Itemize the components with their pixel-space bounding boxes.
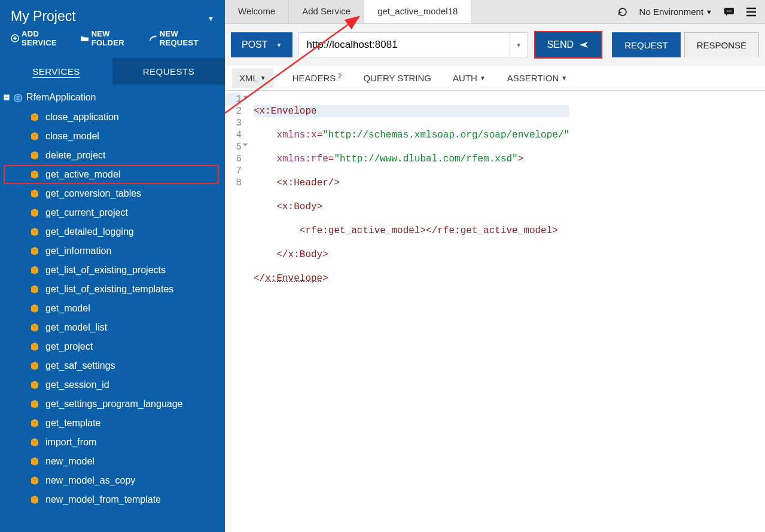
- tab-xml-label: XML: [239, 73, 258, 83]
- layer-icon: [30, 457, 39, 466]
- layer-icon: [30, 132, 39, 141]
- request-icon: [149, 34, 157, 42]
- layer-icon: [30, 304, 39, 313]
- tab-requests[interactable]: REQUESTS: [112, 58, 225, 85]
- tab-request[interactable]: REQUEST: [612, 32, 681, 57]
- top-tab-add-service[interactable]: Add Service: [289, 0, 364, 23]
- tree-root[interactable]: − RfemApplication: [4, 91, 219, 108]
- layer-icon: [30, 170, 39, 179]
- tab-xml[interactable]: XML ▼: [232, 68, 273, 88]
- layer-icon: [30, 285, 39, 294]
- url-history-dropdown[interactable]: ▼: [510, 33, 528, 57]
- tree-item-get_saf_settings[interactable]: get_saf_settings: [4, 356, 219, 375]
- tree-item-get_project[interactable]: get_project: [4, 337, 219, 356]
- refresh-icon[interactable]: [617, 6, 629, 18]
- tab-auth[interactable]: AUTH ▼: [450, 67, 488, 89]
- tab-query-string[interactable]: QUERY STRING: [361, 67, 434, 89]
- layer-icon: [30, 112, 39, 122]
- tree-item-get_conversion_tables[interactable]: get_conversion_tables: [4, 184, 219, 203]
- tree-item-get_session_id[interactable]: get_session_id: [4, 375, 219, 395]
- tree-item-label: get_detailed_logging: [45, 227, 134, 237]
- tree-item-get_list_of_existing_projects[interactable]: get_list_of_existing_projects: [4, 261, 219, 280]
- layer-icon: [30, 476, 39, 485]
- svg-point-6: [730, 10, 732, 11]
- tree-item-get_information[interactable]: get_information: [4, 241, 219, 261]
- send-button[interactable]: SEND: [534, 31, 602, 59]
- tree-root-label: RfemApplication: [26, 92, 96, 103]
- send-arrow-icon: [580, 41, 589, 48]
- tree-item-new_model_as_copy[interactable]: new_model_as_copy: [4, 471, 219, 490]
- tree-item-get_model[interactable]: get_model: [4, 299, 219, 318]
- project-title[interactable]: My Project: [11, 8, 76, 25]
- tab-response[interactable]: RESPONSE: [684, 32, 759, 57]
- tree-item-label: get_session_id: [45, 380, 109, 390]
- svg-point-5: [729, 10, 730, 11]
- tree-item-get_list_of_existing_templates[interactable]: get_list_of_existing_templates: [4, 280, 219, 299]
- add-service-button[interactable]: ADD SERVICE: [11, 29, 72, 47]
- environment-dropdown[interactable]: No Environment ▼: [639, 7, 712, 17]
- tree-item-label: delete_project: [45, 150, 106, 161]
- code-body[interactable]: <x:Envelope xmlns:x="http://schemas.xmls…: [246, 91, 569, 532]
- caret-down-icon: ▼: [561, 75, 567, 81]
- layer-icon: [30, 189, 39, 198]
- request-bar: POST ▼ ▼ SEND REQUEST RESPONSE: [225, 24, 765, 66]
- layer-icon: [30, 323, 39, 332]
- tree-item-label: get_conversion_tables: [45, 188, 141, 199]
- tab-auth-label: AUTH: [453, 73, 477, 83]
- tab-services[interactable]: SERVICES: [0, 58, 112, 85]
- url-input[interactable]: [299, 33, 509, 57]
- layer-icon: [30, 418, 39, 428]
- tree-item-new_model[interactable]: new_model: [4, 452, 219, 471]
- tree-item-get_model_list[interactable]: get_model_list: [4, 318, 219, 337]
- add-service-label: ADD SERVICE: [22, 29, 72, 47]
- tree-item-label: close_application: [45, 112, 119, 123]
- tree-item-label: new_model: [45, 456, 95, 467]
- layer-icon: [30, 438, 39, 447]
- tree-item-label: get_information: [45, 246, 111, 256]
- tree-item-close_application[interactable]: close_application: [4, 108, 219, 127]
- tree: − RfemApplication close_applicationclose…: [0, 85, 225, 532]
- chat-icon[interactable]: [723, 7, 735, 17]
- collapse-icon[interactable]: −: [4, 94, 10, 100]
- layer-icon: [30, 342, 39, 351]
- menu-icon[interactable]: [746, 7, 757, 17]
- tree-item-get_active_model[interactable]: get_active_model: [4, 165, 219, 184]
- project-caret-icon[interactable]: ▼: [208, 15, 214, 22]
- code-editor[interactable]: 1 2 3 4 5 6 7 8 <x:Envelope xmlns:x="htt…: [225, 91, 765, 532]
- tree-item-label: get_list_of_existing_projects: [45, 265, 166, 276]
- method-dropdown[interactable]: POST ▼: [231, 32, 292, 57]
- new-folder-label: NEW FOLDER: [92, 29, 141, 47]
- tree-item-label: get_saf_settings: [45, 360, 115, 371]
- tab-assertion[interactable]: ASSERTION ▼: [505, 67, 569, 89]
- top-tab-get_active_model18[interactable]: get_active_model18: [364, 0, 471, 23]
- tree-item-label: import_from: [45, 437, 96, 448]
- tab-headers-label: HEADERS: [292, 73, 336, 83]
- tree-item-get_template[interactable]: get_template: [4, 414, 219, 433]
- tab-assertion-label: ASSERTION: [507, 73, 559, 83]
- tree-item-get_current_project[interactable]: get_current_project: [4, 203, 219, 222]
- globe-icon: [13, 92, 23, 103]
- layer-icon: [30, 265, 39, 275]
- tree-item-get_settings_program_language[interactable]: get_settings_program_language: [4, 395, 219, 414]
- new-request-button[interactable]: NEW REQUEST: [149, 29, 214, 47]
- top-tab-strip: WelcomeAdd Serviceget_active_model18 No …: [225, 0, 765, 24]
- top-tab-welcome[interactable]: Welcome: [225, 0, 289, 23]
- fold-icon[interactable]: [243, 143, 248, 146]
- main: WelcomeAdd Serviceget_active_model18 No …: [225, 0, 765, 532]
- tree-item-label: new_model_from_template: [45, 494, 161, 505]
- fold-icon[interactable]: [243, 96, 248, 99]
- caret-down-icon: ▼: [706, 8, 712, 16]
- tree-item-label: get_settings_program_language: [45, 399, 183, 409]
- layer-icon: [30, 227, 39, 237]
- tree-item-get_detailed_logging[interactable]: get_detailed_logging: [4, 222, 219, 241]
- send-label: SEND: [547, 39, 574, 50]
- tree-item-label: new_model_as_copy: [45, 475, 135, 486]
- tab-headers[interactable]: HEADERS2: [290, 67, 345, 89]
- tree-item-close_model[interactable]: close_model: [4, 127, 219, 146]
- tree-item-delete_project[interactable]: delete_project: [4, 146, 219, 165]
- tree-item-label: get_template: [45, 418, 101, 429]
- new-folder-button[interactable]: NEW FOLDER: [80, 29, 141, 47]
- tree-item-import_from[interactable]: import_from: [4, 433, 219, 452]
- tree-item-new_model_from_template[interactable]: new_model_from_template: [4, 490, 219, 509]
- line-gutter: 1 2 3 4 5 6 7 8: [225, 91, 246, 532]
